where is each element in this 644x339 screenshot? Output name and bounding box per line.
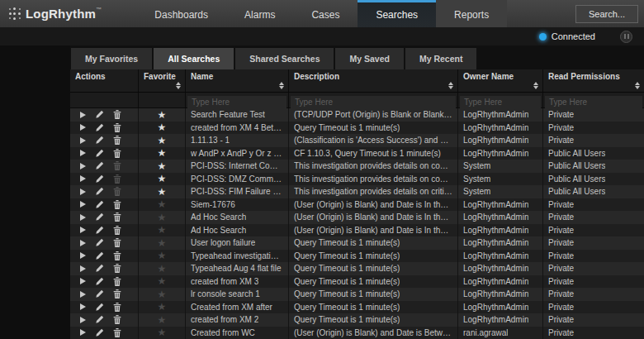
run-search-icon[interactable] [80, 317, 86, 323]
delete-search-icon[interactable] [113, 200, 121, 209]
run-search-icon[interactable] [80, 252, 86, 259]
table-row[interactable]: ★Created from WC(User (Origin) is Blank)… [70, 327, 644, 339]
edit-search-icon[interactable] [95, 136, 104, 145]
filter-input-name[interactable] [187, 96, 286, 109]
table-row[interactable]: ★PCI-DSS: DMZ Communic…This investigatio… [70, 173, 644, 186]
global-search-button[interactable]: Search... [575, 5, 638, 23]
run-search-icon[interactable] [80, 124, 86, 131]
edit-search-icon[interactable] [95, 303, 104, 312]
edit-search-icon[interactable] [95, 264, 104, 273]
subtab-my-favorites[interactable]: My Favorites [71, 48, 152, 69]
edit-search-icon[interactable] [95, 212, 104, 222]
run-search-icon[interactable] [80, 303, 86, 310]
favorite-star-icon[interactable]: ★ [158, 238, 167, 248]
favorite-star-icon[interactable]: ★ [158, 174, 167, 184]
run-search-icon[interactable] [80, 329, 86, 336]
run-search-icon[interactable] [80, 227, 86, 233]
delete-search-icon[interactable] [113, 264, 121, 273]
nav-tab-searches[interactable]: Searches [358, 0, 436, 27]
sort-arrows-icon[interactable] [533, 82, 538, 89]
sort-arrows-icon[interactable] [635, 82, 640, 89]
table-row[interactable]: ★created from XM 4 Betw…Query Timeout is… [70, 122, 644, 135]
table-row[interactable]: ★User logon failureQuery Timeout is 1 mi… [70, 236, 644, 250]
subtab-shared-searches[interactable]: Shared Searches [235, 48, 334, 69]
run-search-icon[interactable] [80, 291, 86, 298]
sort-arrows-icon[interactable] [448, 82, 453, 89]
delete-search-icon[interactable] [113, 238, 121, 247]
edit-search-icon[interactable] [95, 187, 104, 196]
favorite-star-icon[interactable]: ★ [158, 264, 167, 274]
edit-search-icon[interactable] [95, 328, 104, 337]
favorite-star-icon[interactable]: ★ [158, 199, 167, 209]
delete-search-icon[interactable] [113, 149, 121, 158]
table-row[interactable]: ★Typeahead investigation …Query Timeout … [70, 250, 644, 263]
favorite-star-icon[interactable]: ★ [158, 148, 167, 158]
edit-search-icon[interactable] [95, 161, 104, 170]
delete-search-icon[interactable] [113, 136, 121, 145]
edit-search-icon[interactable] [95, 315, 104, 324]
delete-search-icon[interactable] [113, 212, 121, 222]
column-header-owner-name[interactable]: Owner Name [458, 69, 543, 92]
edit-search-icon[interactable] [95, 226, 104, 235]
run-search-icon[interactable] [80, 201, 86, 208]
sort-arrows-icon[interactable] [176, 82, 181, 89]
favorite-star-icon[interactable]: ★ [158, 122, 167, 132]
table-row[interactable]: ★1.11.13 - 1(Classification is 'Access S… [70, 134, 644, 147]
run-search-icon[interactable] [80, 112, 86, 118]
table-row[interactable]: ★PCI-DSS: Internet Comm…This investigati… [70, 160, 644, 173]
edit-search-icon[interactable] [95, 289, 104, 298]
run-search-icon[interactable] [80, 150, 86, 156]
table-row[interactable]: ★Ad Hoc Search(User (Origin) is Blank) a… [70, 224, 644, 237]
delete-search-icon[interactable] [113, 110, 121, 119]
table-row[interactable]: ★lr console search 1Query Timeout is 1 m… [70, 288, 644, 301]
filter-input-owner-name[interactable] [460, 96, 541, 109]
favorite-star-icon[interactable]: ★ [158, 187, 167, 197]
sort-arrows-icon[interactable] [279, 82, 284, 89]
edit-search-icon[interactable] [95, 251, 104, 260]
run-search-icon[interactable] [80, 137, 86, 144]
favorite-star-icon[interactable]: ★ [158, 289, 167, 299]
edit-search-icon[interactable] [95, 200, 104, 209]
run-search-icon[interactable] [80, 163, 86, 170]
delete-search-icon[interactable] [113, 277, 121, 286]
table-row[interactable]: ★Search Feature Test(TCP/UDP Port (Origi… [70, 108, 644, 122]
column-header-read-permissions[interactable]: Read Permissions [543, 69, 644, 92]
table-row[interactable]: ★PCI-DSS: FIM Failure DetailThis investi… [70, 185, 644, 198]
filter-input-description[interactable] [291, 96, 456, 109]
favorite-star-icon[interactable]: ★ [158, 161, 167, 171]
column-header-name[interactable]: Name [186, 69, 289, 92]
subtab-my-saved[interactable]: My Saved [335, 48, 403, 69]
delete-search-icon[interactable] [113, 328, 121, 337]
table-row[interactable]: ★Ad Hoc Search(User (Origin) is Blank) a… [70, 211, 644, 224]
nav-tab-reports[interactable]: Reports [436, 0, 507, 27]
run-search-icon[interactable] [80, 189, 86, 195]
delete-search-icon[interactable] [113, 226, 121, 235]
edit-search-icon[interactable] [95, 110, 104, 119]
run-search-icon[interactable] [80, 175, 86, 182]
run-search-icon[interactable] [80, 240, 86, 246]
table-row[interactable]: ★created from XM 2Query Timeout is 1 min… [70, 313, 644, 327]
nav-tab-dashboards[interactable]: Dashboards [136, 0, 226, 27]
nav-tab-alarms[interactable]: Alarms [226, 0, 293, 27]
favorite-star-icon[interactable]: ★ [158, 212, 167, 222]
favorite-star-icon[interactable]: ★ [158, 327, 167, 337]
favorite-star-icon[interactable]: ★ [158, 276, 167, 286]
edit-search-icon[interactable] [95, 123, 104, 132]
edit-search-icon[interactable] [95, 174, 104, 184]
column-header-favorite[interactable]: Favorite [139, 69, 186, 92]
favorite-star-icon[interactable]: ★ [158, 315, 167, 325]
nav-tab-cases[interactable]: Cases [293, 0, 358, 27]
pause-updates-icon[interactable] [620, 31, 632, 43]
table-row[interactable]: ★Created from XM afterQuery Timeout is 1… [70, 301, 644, 314]
run-search-icon[interactable] [80, 278, 86, 284]
column-header-description[interactable]: Description [289, 69, 458, 92]
delete-search-icon[interactable] [113, 251, 121, 260]
table-row[interactable]: ★created from XM 3Query Timeout is 1 min… [70, 275, 644, 289]
table-row[interactable]: ★w AndP x AndP y Or z 1.1…CF 1.10.3, Que… [70, 147, 644, 160]
favorite-star-icon[interactable]: ★ [158, 302, 167, 312]
favorite-star-icon[interactable]: ★ [158, 110, 167, 120]
edit-search-icon[interactable] [95, 238, 104, 247]
table-row[interactable]: ★Typeahead Aug 4 flat fileQuery Timeout … [70, 262, 644, 275]
subtab-all-searches[interactable]: All Searches [154, 48, 234, 69]
delete-search-icon[interactable] [113, 315, 121, 324]
